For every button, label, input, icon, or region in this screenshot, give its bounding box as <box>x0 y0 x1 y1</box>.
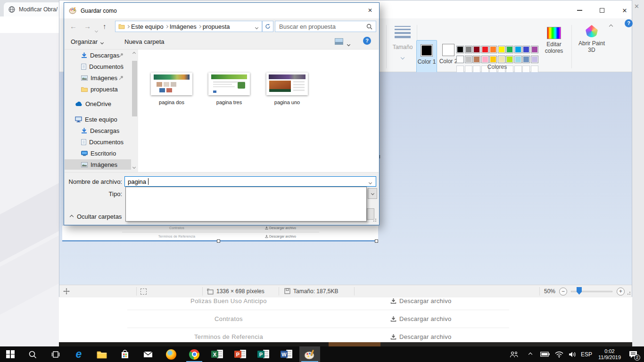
taskbar-publisher[interactable]: P <box>253 346 274 362</box>
battery-indicator[interactable] <box>538 346 552 362</box>
file-name[interactable]: pagina uno <box>266 99 308 105</box>
download-link[interactable]: Descargar archivo <box>390 297 452 304</box>
scroll-down-icon[interactable] <box>132 165 136 169</box>
scroll-up-icon[interactable] <box>132 52 136 55</box>
palette-color[interactable] <box>465 46 472 53</box>
language-indicator[interactable]: ESP <box>579 346 594 362</box>
taskbar-file-explorer[interactable] <box>91 346 112 362</box>
file-name[interactable]: pagina dos <box>151 99 192 105</box>
palette-color[interactable] <box>489 46 497 53</box>
palette-color[interactable] <box>473 56 480 63</box>
organize-button[interactable]: Organizar <box>71 38 103 45</box>
volume-indicator[interactable] <box>566 346 578 362</box>
palette-color[interactable] <box>481 46 489 53</box>
refresh-button[interactable] <box>262 21 273 32</box>
forward-button[interactable]: → <box>84 22 91 30</box>
palette-color[interactable] <box>465 56 472 63</box>
filename-autocomplete-dropdown[interactable] <box>125 187 367 222</box>
selection-handle-bottom[interactable] <box>217 239 220 243</box>
file-thumbnail-pagina-uno[interactable] <box>266 73 308 95</box>
sidebar-item-propuesta[interactable]: propuesta <box>65 84 131 94</box>
sidebar-item-documentos-2[interactable]: Documentos <box>65 137 131 147</box>
download-link[interactable]: Descargar archivo <box>390 315 452 322</box>
tray-overflow-button[interactable] <box>525 346 536 362</box>
maximize-button[interactable] <box>594 5 610 16</box>
selection-handle-corner[interactable] <box>375 239 378 243</box>
breadcrumb-item[interactable]: propuesta <box>201 23 232 30</box>
filename-dropdown-chevron[interactable] <box>369 178 372 185</box>
taskbar-search-button[interactable] <box>22 346 43 362</box>
palette-color[interactable] <box>522 46 530 53</box>
size-button[interactable]: Tamaño <box>389 24 416 66</box>
zoom-in-button[interactable]: + <box>617 288 625 296</box>
start-button[interactable] <box>0 346 21 362</box>
palette-color[interactable] <box>531 46 538 53</box>
sidebar-item-imagenes[interactable]: Imágenes <box>65 73 131 83</box>
taskbar-paint-active[interactable] <box>299 346 320 362</box>
search-icon[interactable] <box>366 24 372 30</box>
search-box[interactable]: Buscar en propuesta <box>275 21 376 32</box>
sidebar-item-descargas[interactable]: Descargas <box>65 50 131 60</box>
minimize-button[interactable] <box>571 5 587 16</box>
breadcrumb-item[interactable]: Este equipo <box>129 23 165 30</box>
open-paint3d-button[interactable]: Abrir Paint 3D <box>576 23 607 53</box>
hide-folders-button[interactable]: Ocultar carpetas <box>70 213 122 220</box>
zoom-slider-thumb[interactable] <box>577 287 582 295</box>
taskbar-firefox[interactable] <box>161 346 182 362</box>
up-button[interactable]: ↑ <box>103 22 107 30</box>
sidebar-item-imagenes-selected[interactable]: Imágenes <box>65 159 131 170</box>
recent-locations-chevron[interactable] <box>95 25 98 34</box>
palette-color[interactable] <box>481 56 489 63</box>
taskbar-store[interactable] <box>115 346 135 362</box>
new-folder-button[interactable]: Nueva carpeta <box>124 38 165 45</box>
edit-colors-button[interactable]: Editar colores <box>539 24 569 54</box>
cancel-button-partial[interactable] <box>367 208 374 220</box>
palette-color[interactable] <box>489 56 497 63</box>
help-button[interactable]: ? <box>625 19 633 27</box>
view-mode-chevron[interactable] <box>347 40 350 47</box>
zoom-out-button[interactable]: − <box>559 288 567 296</box>
address-dropdown-chevron[interactable] <box>256 22 258 31</box>
sidebar-item-documentos[interactable]: Documentos <box>65 61 131 72</box>
palette-color[interactable] <box>456 46 464 53</box>
sidebar-item-descargas-2[interactable]: Descargas <box>65 125 131 136</box>
file-thumbnail-pagina-dos[interactable] <box>151 73 192 95</box>
taskbar-excel[interactable]: X <box>207 346 228 362</box>
clock[interactable]: 0:0211/9/2019 <box>595 346 624 362</box>
task-view-button[interactable] <box>45 346 66 362</box>
palette-color[interactable] <box>514 56 522 63</box>
action-center-button[interactable]: 2 <box>625 346 641 362</box>
view-mode-icon[interactable] <box>335 38 343 45</box>
close-button[interactable]: ✕ <box>617 5 633 16</box>
taskbar-edge[interactable]: e <box>68 346 89 362</box>
wifi-indicator[interactable] <box>553 346 565 362</box>
filetype-dropdown-button[interactable] <box>368 188 377 199</box>
file-name[interactable]: pagina tres <box>208 99 250 105</box>
canvas-image[interactable]: Contratos Descargar archivo Terminos de … <box>62 226 378 241</box>
sidebar-item-onedrive[interactable]: OneDrive <box>65 99 131 109</box>
palette-color[interactable] <box>531 56 538 63</box>
file-thumbnail-pagina-tres[interactable] <box>208 73 250 95</box>
taskbar-word[interactable]: W <box>276 346 297 362</box>
palette-color[interactable] <box>506 46 513 53</box>
dialog-close-button[interactable]: ✕ <box>363 5 377 16</box>
taskbar-chrome[interactable] <box>184 346 205 362</box>
palette-color[interactable] <box>473 46 480 53</box>
back-button[interactable]: ← <box>70 22 77 30</box>
sidebar-item-este-equipo[interactable]: Este equipo <box>65 114 131 124</box>
filename-input[interactable]: pagina <box>124 176 376 187</box>
palette-color[interactable] <box>456 56 464 63</box>
collapse-ribbon-button[interactable] <box>610 21 612 30</box>
taskbar-mail[interactable] <box>138 346 158 362</box>
sidebar-item-escritorio[interactable]: Escritorio <box>65 148 131 158</box>
breadcrumb-item[interactable]: Imágenes <box>168 23 198 30</box>
dialog-help-button[interactable]: ? <box>363 37 371 45</box>
palette-color[interactable] <box>514 46 522 53</box>
taskbar-powerpoint[interactable]: P <box>230 346 251 362</box>
palette-color[interactable] <box>498 56 505 63</box>
breadcrumb-bar[interactable]: Este equipo Imágenes propuesta <box>115 21 262 32</box>
people-button[interactable] <box>507 346 520 362</box>
sidebar-scrollbar[interactable] <box>131 49 138 172</box>
download-link[interactable]: Descargar archivo <box>390 333 452 340</box>
scrollbar-thumb[interactable] <box>132 61 137 116</box>
